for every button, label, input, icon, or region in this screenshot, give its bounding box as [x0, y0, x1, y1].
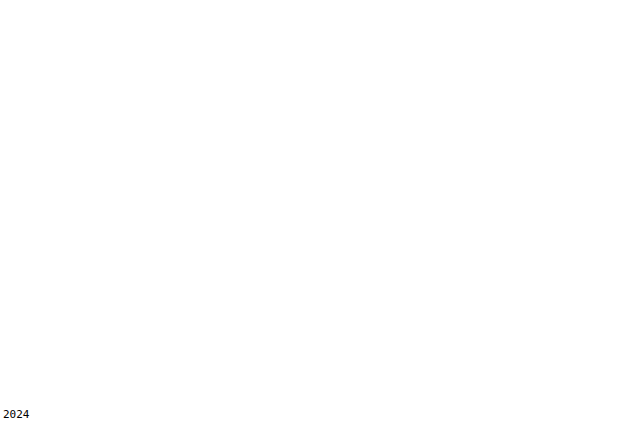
x-axis-year-label: 2024 — [3, 408, 30, 422]
chart-canvas — [0, 0, 634, 424]
solar-terrestrial-activity-chart: 2024 — [0, 0, 634, 424]
